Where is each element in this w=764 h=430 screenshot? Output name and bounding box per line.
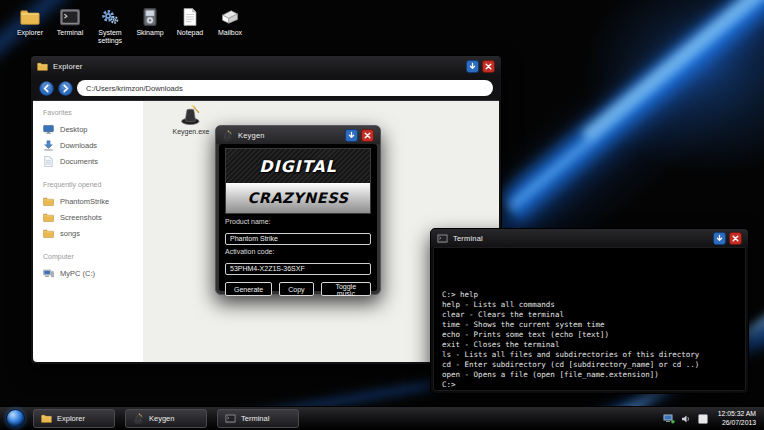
desktop-icon-terminal[interactable]: Terminal [50,8,90,45]
minimize-button[interactable] [345,129,358,142]
terminal-line: clear - Clears the terminal [442,310,739,320]
terminal-line: C:> [442,380,739,390]
terminal-line: exit - Closes the terminal [442,340,739,350]
sidebar-section-computer: ComputerMyPC (C:) [43,253,143,281]
product-name-label: Product name: [225,218,371,225]
keygen-button-copy[interactable]: Copy [279,282,313,296]
taskbar: ExplorerKeygenTerminal 12:05:32 AM 26/07… [0,406,764,430]
file-name: Keygen.exe [173,128,210,135]
tray-icons [663,414,709,424]
terminal-icon [225,413,236,424]
minimize-button[interactable] [466,60,479,73]
magic-hat-icon [133,413,144,424]
document-icon [43,156,54,167]
sidebar-item-phantomstrike[interactable]: PhantomStrike [43,193,143,209]
keygen-button-generate[interactable]: Generate [225,282,272,296]
folder-icon [37,61,48,72]
terminal-window: Terminal C:> helphelp - Lists all comman… [430,228,749,394]
terminal-line: cd - Enter subdirectory (cd [subdirector… [442,360,739,370]
clock-date: 26/07/2013 [718,419,756,428]
sidebar-section-heading: Computer [43,253,143,260]
taskbar-button-label: Keygen [149,414,174,423]
clock-time: 12:05:32 AM [718,410,756,419]
back-button[interactable] [39,81,54,96]
mailbox-icon [220,8,240,26]
terminal-line: ls - Lists all files and subdirectories … [442,350,739,360]
explorer-window-title: Explorer [53,62,83,71]
terminal-icon [60,8,80,26]
close-button[interactable] [361,129,374,142]
desktop-icon-explorer[interactable]: Explorer [10,8,50,45]
taskbar-clock: 12:05:32 AM 26/07/2013 [718,410,756,427]
folder-icon [43,196,54,207]
sidebar-item-label: MyPC (C:) [60,269,95,278]
sidebar-section-favorites: FavoritesDesktopDownloadsDocuments [43,109,143,169]
desktop-icon-skinamp[interactable]: Skinamp [130,8,170,45]
computer-icon [43,268,54,279]
sidebar-item-desktop[interactable]: Desktop [43,121,143,137]
desktop-icon-label: Explorer [17,29,43,37]
sidebar-section-frequently-opened: Frequently openedPhantomStrikeScreenshot… [43,181,143,241]
minimize-button[interactable] [713,232,726,245]
taskbar-button-terminal[interactable]: Terminal [217,409,299,428]
sidebar-item-label: Downloads [60,141,97,150]
keygen-buttons: GenerateCopyToggle music [225,282,371,296]
sidebar-item-label: Documents [60,157,98,166]
keygen-window: Keygen DIGITAL CRAZYNESS Product name: A… [215,125,381,295]
magic-hat-icon [222,130,233,141]
volume-icon[interactable] [680,414,692,424]
address-input[interactable] [77,80,493,96]
folder-icon [20,8,40,26]
terminal-line: open - Opens a file (open [file_name.ext… [442,370,739,380]
keyboard-icon[interactable] [697,414,709,424]
download-icon [43,140,54,151]
monitor-icon [43,124,54,135]
desktop-icon-label: Skinamp [136,29,163,37]
sidebar-item-songs[interactable]: songs [43,225,143,241]
notepad-icon [180,8,200,26]
sidebar-item-mypc-c[interactable]: MyPC (C:) [43,265,143,281]
desktop-icon-notepad[interactable]: Notepad [170,8,210,45]
desktop-icon-label: Mailbox [218,29,242,37]
keygen-logo-line1: DIGITAL [226,149,370,183]
sidebar-item-label: Screenshots [60,213,102,222]
sidebar-section-heading: Frequently opened [43,181,143,188]
sidebar-item-downloads[interactable]: Downloads [43,137,143,153]
close-button[interactable] [482,60,495,73]
gears-icon [100,8,120,26]
terminal-line: C:> help [442,290,739,300]
taskbar-button-keygen[interactable]: Keygen [125,409,207,428]
close-button[interactable] [729,232,742,245]
terminal-window-title: Terminal [453,234,483,243]
keygen-titlebar[interactable]: Keygen [216,126,380,144]
taskbar-button-explorer[interactable]: Explorer [33,409,115,428]
window-controls [713,232,742,245]
keygen-button-toggle-music[interactable]: Toggle music [321,282,371,296]
product-name-input[interactable] [225,233,371,245]
terminal-icon [437,233,448,244]
taskbar-button-label: Explorer [57,414,85,423]
keygen-body: DIGITAL CRAZYNESS Product name: Activati… [219,144,377,291]
desktop-icon-label: Terminal [57,29,83,37]
sidebar-item-label: Desktop [60,125,88,134]
desktop-icon-mailbox[interactable]: Mailbox [210,8,250,45]
terminal-titlebar[interactable]: Terminal [431,229,748,247]
activation-code-input[interactable] [225,263,371,275]
sidebar-item-screenshots[interactable]: Screenshots [43,209,143,225]
taskbar-button-label: Terminal [241,414,269,423]
desktop: ExplorerTerminalSystem settingsSkinampNo… [0,0,764,430]
file-keygen-exe[interactable]: Keygen.exe [161,104,221,135]
system-tray: 12:05:32 AM 26/07/2013 [663,410,758,427]
keygen-window-title: Keygen [238,131,265,140]
sidebar-item-documents[interactable]: Documents [43,153,143,169]
terminal-line: echo - Prints some text (echo [text]) [442,330,739,340]
explorer-titlebar[interactable]: Explorer [31,56,501,76]
desktop-icon-system-settings[interactable]: System settings [90,8,130,45]
terminal-output[interactable]: C:> helphelp - Lists all commandsclear -… [433,247,746,391]
forward-button[interactable] [58,81,73,96]
start-button[interactable] [6,409,25,428]
network-icon[interactable] [663,414,675,424]
sidebar-section-heading: Favorites [43,109,143,116]
folder-icon [41,413,52,424]
terminal-line: time - Shows the current system time [442,320,739,330]
